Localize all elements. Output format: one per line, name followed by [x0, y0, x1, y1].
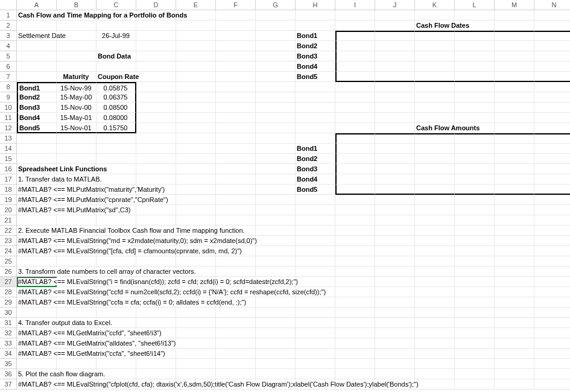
cell-L11[interactable]: [455, 113, 495, 123]
cell-D17[interactable]: [136, 174, 176, 185]
cell-I9[interactable]: [335, 92, 375, 103]
cell-L15[interactable]: [455, 154, 495, 164]
cell-J33[interactable]: [375, 338, 415, 349]
cell-M13[interactable]: [495, 133, 534, 144]
cell-N22[interactable]: [534, 226, 570, 236]
cell-G6[interactable]: [256, 62, 296, 72]
cell-J3[interactable]: [375, 31, 415, 41]
cell-C35[interactable]: [97, 359, 136, 369]
cell-J32[interactable]: [375, 328, 415, 338]
row-header-11[interactable]: 11: [0, 113, 17, 123]
cell-J18[interactable]: [375, 185, 415, 195]
cell-K20[interactable]: [415, 205, 455, 215]
cell-G32[interactable]: [256, 328, 296, 338]
cell-E18[interactable]: [176, 185, 216, 195]
row-header-35[interactable]: 35: [0, 359, 17, 369]
cell-N24[interactable]: [534, 246, 570, 256]
cell-N17[interactable]: [534, 174, 570, 185]
cell-K5[interactable]: [415, 51, 455, 62]
cell-A34[interactable]: #MATLAB? <== MLGetMatrix("ccfa", "sheet6…: [17, 349, 57, 359]
cell-J15[interactable]: [375, 154, 415, 164]
cell-J8[interactable]: [375, 82, 415, 92]
cell-N29[interactable]: [534, 297, 570, 308]
row-header-13[interactable]: 13: [0, 133, 17, 144]
cell-L25[interactable]: [455, 256, 495, 267]
cell-M12[interactable]: [495, 123, 534, 133]
cell-F3[interactable]: [216, 31, 256, 41]
cell-N25[interactable]: [534, 256, 570, 267]
row-header-20[interactable]: 20: [0, 205, 17, 215]
cell-K21[interactable]: [415, 215, 455, 226]
cell-I25[interactable]: [335, 256, 375, 267]
cell-L18[interactable]: [455, 185, 495, 195]
cell-M37[interactable]: [495, 379, 534, 390]
cell-B21[interactable]: [57, 215, 97, 226]
cell-A16[interactable]: Spreadsheet Link Functions: [17, 164, 57, 174]
row-header-3[interactable]: 3: [0, 31, 17, 41]
cell-I10[interactable]: [335, 103, 375, 113]
cell-J10[interactable]: [375, 103, 415, 113]
cell-L22[interactable]: [455, 226, 495, 236]
col-header-N[interactable]: N: [534, 0, 570, 10]
cell-I16[interactable]: [335, 164, 375, 174]
cell-F33[interactable]: [216, 338, 256, 349]
cell-A24[interactable]: #MATLAB? <== MLEvalString("[cfa, cfd] = …: [17, 246, 57, 256]
cell-H35[interactable]: [296, 359, 335, 369]
cell-C9[interactable]: 0.06375: [97, 92, 136, 103]
cell-M23[interactable]: [495, 236, 534, 246]
cell-B7[interactable]: Maturity: [57, 72, 97, 82]
cell-K9[interactable]: [415, 92, 455, 103]
cell-K6[interactable]: [415, 62, 455, 72]
cell-H18[interactable]: Bond5: [296, 185, 335, 195]
cell-K29[interactable]: [415, 297, 455, 308]
cell-B14[interactable]: [57, 144, 97, 154]
cell-H6[interactable]: Bond4: [296, 62, 335, 72]
cell-E21[interactable]: [176, 215, 216, 226]
cell-M8[interactable]: [495, 82, 534, 92]
cell-J4[interactable]: [375, 41, 415, 51]
cell-H10[interactable]: [296, 103, 335, 113]
cell-M28[interactable]: [495, 287, 534, 297]
cell-D16[interactable]: [136, 164, 176, 174]
cell-A30[interactable]: [17, 308, 57, 318]
cell-K14[interactable]: [415, 144, 455, 154]
row-header-4[interactable]: 4: [0, 41, 17, 51]
cell-D12[interactable]: [136, 123, 176, 133]
cell-H25[interactable]: [296, 256, 335, 267]
row-header-22[interactable]: 22: [0, 226, 17, 236]
cell-A29[interactable]: #MATLAB? <== MLEvalString("ccfa = cfa; c…: [17, 297, 57, 308]
cell-J25[interactable]: [375, 256, 415, 267]
cell-G25[interactable]: [256, 256, 296, 267]
col-header-K[interactable]: K: [415, 0, 455, 10]
cell-M9[interactable]: [495, 92, 534, 103]
cell-N18[interactable]: [534, 185, 570, 195]
cell-J28[interactable]: [375, 287, 415, 297]
cell-D25[interactable]: [136, 256, 176, 267]
cell-L21[interactable]: [455, 215, 495, 226]
cell-I32[interactable]: [335, 328, 375, 338]
cell-K23[interactable]: [415, 236, 455, 246]
cell-F19[interactable]: [216, 195, 256, 205]
cell-A37[interactable]: #MATLAB? <== MLEvalString("cfplot(cfd, c…: [17, 379, 57, 390]
cell-G35[interactable]: [256, 359, 296, 369]
cell-A27[interactable]: #MATLAB? <== MLEvalString("i = find(isna…: [17, 277, 57, 287]
cell-F6[interactable]: [216, 62, 256, 72]
row-header-33[interactable]: 33: [0, 338, 17, 349]
cell-G24[interactable]: [256, 246, 296, 256]
cell-D2[interactable]: [136, 21, 176, 31]
cell-N5[interactable]: [534, 51, 570, 62]
row-header-10[interactable]: 10: [0, 103, 17, 113]
cell-M22[interactable]: [495, 226, 534, 236]
row-header-21[interactable]: 21: [0, 215, 17, 226]
cell-I17[interactable]: [335, 174, 375, 185]
cell-C25[interactable]: [97, 256, 136, 267]
cell-A3[interactable]: Settlement Date: [17, 31, 57, 41]
cell-C7[interactable]: Coupon Rate: [97, 72, 136, 82]
cell-J12[interactable]: [375, 123, 415, 133]
cell-I30[interactable]: [335, 308, 375, 318]
cell-E8[interactable]: [176, 82, 216, 92]
cell-E17[interactable]: [176, 174, 216, 185]
row-header-8[interactable]: 8: [0, 82, 17, 92]
col-header-L[interactable]: L: [455, 0, 495, 10]
spreadsheet-grid[interactable]: ABCDEFGHIJKLMN1Cash Flow and Time Mappin…: [0, 0, 570, 390]
